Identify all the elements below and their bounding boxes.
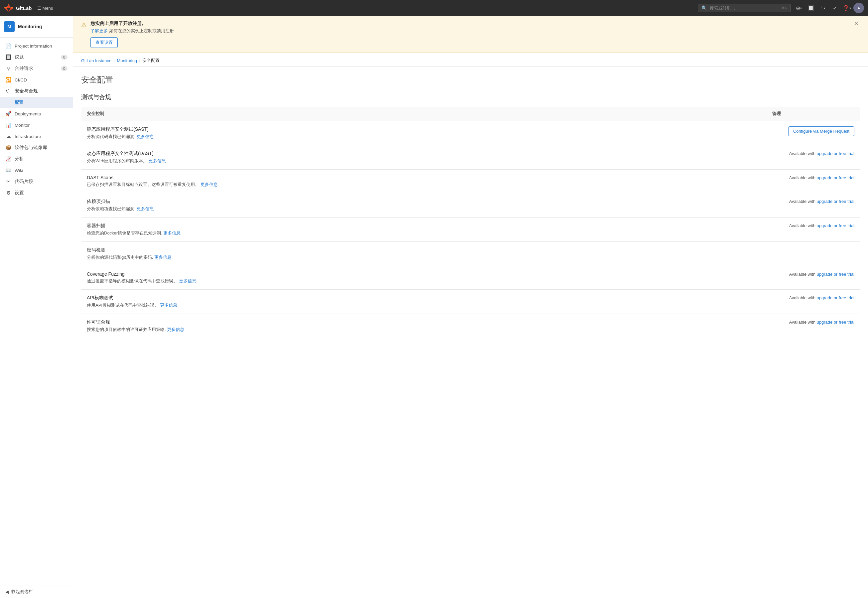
more-info-link-container-scanning[interactable]: 更多信息: [163, 230, 181, 235]
more-info-link-dast-scans[interactable]: 更多信息: [200, 182, 218, 187]
search-input[interactable]: [710, 6, 778, 10]
sidebar-label-merge-requests: 合并请求: [15, 66, 33, 72]
top-navigation: GitLab ☰ Menu 🔍 ⌘K ⊕ ▾ 🔲 ⑂ ▾ ✓ ❓ ▾ A: [0, 0, 868, 16]
col-header-control: 安全控制: [81, 107, 767, 121]
todo-icon: ✓: [833, 5, 837, 11]
issues-sidebar-icon: 🔲: [5, 54, 11, 60]
snippets-icon: ✂: [5, 179, 11, 185]
sidebar-label-ci-cd: CI/CD: [15, 78, 27, 82]
sidebar-item-deployments[interactable]: 🚀 Deployments: [0, 108, 73, 120]
sidebar-item-snippets[interactable]: ✂ 代码片段: [0, 176, 73, 187]
deployments-icon: 🚀: [5, 111, 11, 117]
sidebar-item-packages[interactable]: 📦 软件包与镜像库: [0, 142, 73, 153]
sidebar-item-merge-requests[interactable]: ⑂ 合并请求 0: [0, 63, 73, 74]
project-initial: M: [7, 24, 11, 29]
issues-button[interactable]: 🔲: [805, 3, 816, 13]
issues-badge: 0: [61, 55, 67, 60]
upgrade-link-dependency-scanning[interactable]: upgrade or free trial: [817, 199, 855, 204]
sidebar-label-infrastructure: Infrastructure: [15, 134, 41, 139]
sidebar-label-configuration: 配置: [15, 99, 23, 105]
sidebar-item-wiki[interactable]: 📖 Wiki: [0, 164, 73, 176]
more-info-link-coverage-fuzzing[interactable]: 更多信息: [179, 278, 196, 283]
manage-cell-dast-scans: Available with upgrade or free trial: [767, 170, 860, 193]
collapse-sidebar-button[interactable]: ◀ 收起侧边栏: [0, 585, 73, 598]
gitlab-logo[interactable]: GitLab: [4, 3, 32, 13]
manage-cell-license-compliance: Available with upgrade or free trial: [767, 314, 860, 338]
search-bar[interactable]: 🔍 ⌘K: [698, 4, 791, 12]
control-name-license-compliance: 许可证合规: [87, 319, 762, 325]
control-desc-container-scanning: 检查您的Docker镜像是否存在已知漏洞. 更多信息: [87, 230, 762, 236]
breadcrumb-separator-2: ›: [139, 58, 140, 63]
upgrade-link-api-fuzzing[interactable]: upgrade or free trial: [817, 295, 855, 300]
available-text-dependency-scanning: Available with upgrade or free trial: [789, 199, 855, 204]
more-info-link-secret-detection[interactable]: 更多信息: [154, 255, 172, 260]
control-name-api-fuzzing: API模糊测试: [87, 295, 762, 301]
upgrade-link-license-compliance[interactable]: upgrade or free trial: [817, 320, 855, 324]
sidebar-label-issues: 议题: [15, 54, 24, 60]
breadcrumb-current: 安全配置: [142, 58, 160, 64]
project-avatar: M: [4, 21, 15, 32]
upgrade-link-coverage-fuzzing[interactable]: upgrade or free trial: [817, 272, 855, 277]
sidebar-item-analytics[interactable]: 📈 分析: [0, 153, 73, 164]
help-button[interactable]: ❓ ▾: [841, 3, 852, 13]
manage-cell-container-scanning: Available with upgrade or free trial: [767, 218, 860, 242]
wiki-icon: 📖: [5, 167, 11, 173]
upgrade-link-dast[interactable]: upgrade or free trial: [817, 151, 855, 156]
merge-requests-nav-button[interactable]: ⑂ ▾: [817, 3, 828, 13]
sidebar-item-monitor[interactable]: 📊 Monitor: [0, 120, 73, 131]
upgrade-link-dast-scans[interactable]: upgrade or free trial: [817, 175, 855, 180]
control-cell-api-fuzzing: API模糊测试使用API模糊测试在代码中查找错误。 更多信息: [81, 290, 767, 314]
control-name-coverage-fuzzing: Coverage Fuzzing: [87, 271, 762, 277]
analytics-icon: 📈: [5, 156, 11, 162]
control-cell-secret-detection: 密码检测分析你的源代码和git历史中的密码. 更多信息: [81, 242, 767, 266]
sidebar-item-issues[interactable]: 🔲 议题 0: [0, 52, 73, 63]
control-cell-dast-scans: DAST Scans已保存扫描设置和目标站点设置。这些设置可被重复使用。 更多信…: [81, 170, 767, 193]
sidebar-label-analytics: 分析: [15, 156, 24, 162]
more-info-link-license-compliance[interactable]: 更多信息: [167, 327, 184, 332]
open-registration-banner: ⚠ 您实例上启用了开放注册。 了解更多 如何在您的实例上定制或禁用注册 查看设置…: [73, 16, 868, 53]
configure-button-sast[interactable]: Configure via Merge Request: [788, 126, 855, 136]
help-icon: ❓: [843, 5, 849, 11]
banner-description: 了解更多 如何在您的实例上定制或禁用注册: [90, 28, 849, 34]
menu-label: Menu: [43, 6, 54, 10]
menu-button[interactable]: ☰ Menu: [34, 4, 56, 12]
page-content: 安全配置 测试与合规 安全控制 管理 静态应用程序安全测试(SAST)分析源代码…: [73, 67, 868, 346]
table-row: API模糊测试使用API模糊测试在代码中查找错误。 更多信息Available …: [81, 290, 860, 314]
page-title: 安全配置: [81, 75, 860, 85]
sidebar-item-project-information[interactable]: 📄 Project information: [0, 40, 73, 52]
sidebar-item-security[interactable]: 🛡 安全与合规: [0, 85, 73, 97]
sidebar-item-ci-cd[interactable]: 🔁 CI/CD: [0, 74, 73, 85]
main-content: ⚠ 您实例上启用了开放注册。 了解更多 如何在您的实例上定制或禁用注册 查看设置…: [73, 16, 868, 598]
table-row: DAST Scans已保存扫描设置和目标站点设置。这些设置可被重复使用。 更多信…: [81, 170, 860, 193]
close-banner-button[interactable]: ✕: [852, 21, 860, 27]
breadcrumb-monitoring[interactable]: Monitoring: [117, 58, 137, 63]
upgrade-link-container-scanning[interactable]: upgrade or free trial: [817, 223, 855, 228]
control-cell-dast: 动态应用程序安全性测试(DAST)分析Web应用程序的审阅版本。 更多信息: [81, 145, 767, 170]
create-new-button[interactable]: ⊕ ▾: [793, 3, 804, 13]
control-cell-license-compliance: 许可证合规搜索您的项目依赖中的许可证并应用策略. 更多信息: [81, 314, 767, 338]
manage-cell-coverage-fuzzing: Available with upgrade or free trial: [767, 266, 860, 290]
control-desc-license-compliance: 搜索您的项目依赖中的许可证并应用策略. 更多信息: [87, 327, 762, 333]
user-avatar[interactable]: A: [853, 3, 864, 13]
more-info-link-sast[interactable]: 更多信息: [137, 134, 154, 139]
infrastructure-icon: ☁: [5, 133, 11, 139]
sidebar-item-settings[interactable]: ⚙ 设置: [0, 187, 73, 199]
banner-content: 您实例上启用了开放注册。 了解更多 如何在您的实例上定制或禁用注册 查看设置: [90, 21, 849, 48]
sidebar-label-security: 安全与合规: [15, 88, 38, 94]
to-do-button[interactable]: ✓: [829, 3, 840, 13]
sidebar-item-configuration[interactable]: 配置: [0, 97, 73, 108]
manage-cell-sast: Configure via Merge Request: [767, 121, 860, 145]
sidebar: M Monitoring 📄 Project information 🔲 议题 …: [0, 16, 73, 598]
available-text-api-fuzzing: Available with upgrade or free trial: [789, 295, 855, 300]
view-settings-button[interactable]: 查看设置: [90, 37, 118, 48]
collapse-label: 收起侧边栏: [11, 589, 33, 595]
sidebar-project-header[interactable]: M Monitoring: [0, 16, 73, 37]
learn-more-link[interactable]: 了解更多: [90, 28, 108, 33]
more-info-link-dependency-scanning[interactable]: 更多信息: [137, 206, 154, 211]
more-info-link-dast[interactable]: 更多信息: [149, 158, 166, 163]
control-cell-container-scanning: 容器扫描检查您的Docker镜像是否存在已知漏洞. 更多信息: [81, 218, 767, 242]
sidebar-item-infrastructure[interactable]: ☁ Infrastructure: [0, 131, 73, 142]
breadcrumb-gitlab-instance[interactable]: GitLab Instance: [81, 58, 111, 63]
manage-cell-secret-detection: [767, 242, 860, 266]
more-info-link-api-fuzzing[interactable]: 更多信息: [160, 303, 177, 308]
